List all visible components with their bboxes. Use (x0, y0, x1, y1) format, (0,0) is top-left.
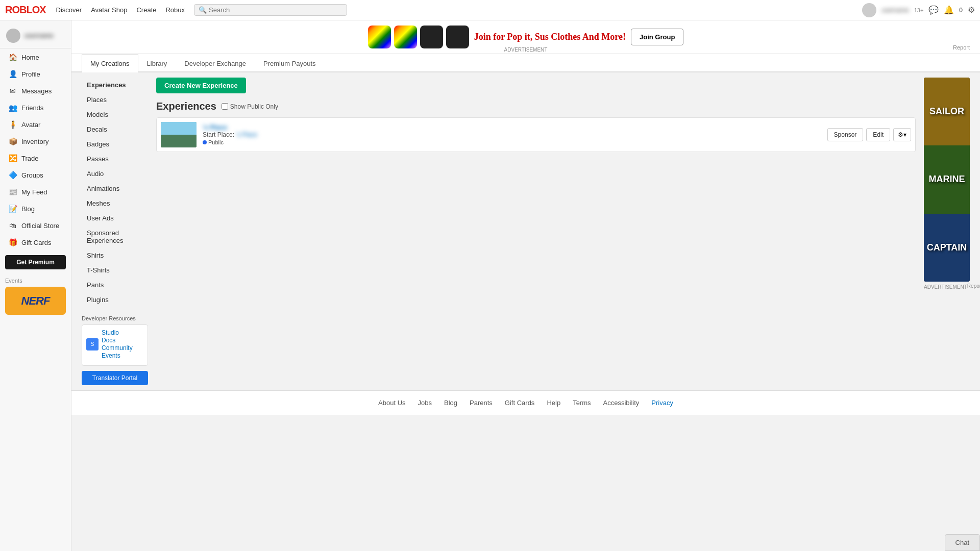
events-link[interactable]: Events (102, 352, 133, 359)
groups-icon: 🔷 (8, 171, 17, 179)
tab-developer-exchange[interactable]: Developer Exchange (176, 54, 255, 72)
left-panel-plugins[interactable]: Plugins (82, 292, 148, 307)
experiences-header: Experiences Show Public Only (156, 101, 916, 112)
experience-name[interactable]: 's Place (203, 123, 821, 131)
community-link[interactable]: Community (102, 344, 133, 352)
ad-item-4 (446, 26, 469, 48)
tab-library[interactable]: Library (138, 54, 176, 72)
store-icon: 🛍 (8, 221, 17, 230)
sidebar-item-friends[interactable]: 👥 Friends (2, 99, 69, 116)
robux-link[interactable]: Robux (165, 6, 185, 14)
show-public-label[interactable]: Show Public Only (222, 103, 278, 110)
left-panel-badges[interactable]: Badges (82, 137, 148, 152)
footer-jobs[interactable]: Jobs (418, 399, 432, 407)
topnav-right: username 13+ 💬 🔔 0 ⚙ (862, 3, 975, 17)
footer-gift-cards[interactable]: Gift Cards (505, 399, 535, 407)
start-place-link[interactable]: 's Place (236, 131, 257, 138)
dev-resources-box: S Studio Docs Community Events (82, 324, 148, 366)
search-input[interactable] (209, 6, 342, 14)
discover-link[interactable]: Discover (56, 6, 82, 14)
left-panel-experiences[interactable]: Experiences (82, 78, 148, 92)
sponsor-button[interactable]: Sponsor (827, 128, 864, 141)
experience-thumbnail (161, 122, 197, 147)
sidebar-item-label: Avatar (21, 121, 40, 129)
topnav-age: 13+ (914, 7, 924, 13)
sailor-text: SAILOR (929, 106, 964, 117)
search-icon: 🔍 (199, 6, 207, 14)
right-ad: SAILOR MARINE CAPTAIN ADVERTISEMENT Repo… (924, 78, 970, 385)
dev-resource-links: Studio Docs Community Events (102, 329, 133, 359)
captain-text: CAPTAIN (927, 242, 967, 253)
sidebar-item-blog[interactable]: 📝 Blog (2, 201, 69, 217)
sidebar-item-groups[interactable]: 🔷 Groups (2, 167, 69, 183)
left-panel-shirts[interactable]: Shirts (82, 248, 148, 263)
sidebar-item-avatar[interactable]: 🧍 Avatar (2, 116, 69, 133)
footer: About Us Jobs Blog Parents Gift Cards He… (71, 390, 980, 415)
sidebar-avatar (6, 29, 20, 43)
footer-terms[interactable]: Terms (573, 399, 591, 407)
public-dot (203, 140, 207, 144)
left-panel-audio[interactable]: Audio (82, 166, 148, 181)
search-box[interactable]: 🔍 (194, 4, 347, 16)
messages-icon: ✉ (8, 87, 17, 95)
footer-help[interactable]: Help (547, 399, 560, 407)
footer-accessibility[interactable]: Accessibility (603, 399, 640, 407)
left-panel-passes[interactable]: Passes (82, 152, 148, 166)
left-panel-decals[interactable]: Decals (82, 122, 148, 137)
dev-resources-title: Developer Resources (82, 315, 148, 321)
right-ad-section-marine: MARINE (924, 145, 970, 213)
docs-link[interactable]: Docs (102, 337, 133, 344)
sidebar-item-official-store[interactable]: 🛍 Official Store (2, 217, 69, 234)
inventory-icon: 📦 (8, 137, 17, 145)
avatar-shop-link[interactable]: Avatar Shop (91, 6, 127, 14)
left-panel-meshes[interactable]: Meshes (82, 196, 148, 211)
left-panel-tshirts[interactable]: T-Shirts (82, 263, 148, 278)
trade-icon: 🔀 (8, 154, 17, 162)
left-panel-pants[interactable]: Pants (82, 278, 148, 292)
sidebar-item-profile[interactable]: 👤 Profile (2, 66, 69, 82)
nerf-logo: NERF (21, 294, 50, 308)
ad-item-2 (394, 26, 417, 48)
content-area: Experiences Places Models Decals Badges … (71, 72, 980, 390)
tab-my-creations[interactable]: My Creations (82, 54, 138, 72)
create-link[interactable]: Create (136, 6, 156, 14)
sidebar-item-label: Messages (21, 87, 52, 95)
sidebar-item-home[interactable]: 🏠 Home (2, 49, 69, 65)
right-ad-report[interactable]: Report (967, 283, 980, 290)
sidebar-item-inventory[interactable]: 📦 Inventory (2, 133, 69, 149)
left-panel-models[interactable]: Models (82, 107, 148, 122)
footer-about-us[interactable]: About Us (378, 399, 405, 407)
left-panel-places[interactable]: Places (82, 92, 148, 107)
translator-portal-button[interactable]: Translator Portal (82, 371, 148, 385)
left-panel-user-ads[interactable]: User Ads (82, 211, 148, 226)
chat-icon[interactable]: 💬 (928, 5, 939, 15)
settings-icon[interactable]: ⚙ (968, 5, 975, 15)
sidebar-item-label: Home (21, 54, 39, 61)
create-new-experience-button[interactable]: Create New Experience (156, 78, 246, 93)
get-premium-button[interactable]: Get Premium (5, 255, 66, 269)
events-label: Events (5, 278, 66, 284)
report-link[interactable]: Report (953, 44, 970, 51)
notification-icon[interactable]: 🔔 (944, 5, 954, 15)
edit-button[interactable]: Edit (866, 128, 890, 141)
sidebar-item-label: Official Store (21, 222, 59, 230)
sidebar-user: username (0, 24, 71, 48)
events-banner[interactable]: NERF (5, 287, 66, 315)
sidebar-item-gift-cards[interactable]: 🎁 Gift Cards (2, 234, 69, 251)
tab-premium-payouts[interactable]: Premium Payouts (255, 54, 325, 72)
gear-settings-button[interactable]: ⚙▾ (893, 128, 911, 141)
join-group-button[interactable]: Join Group (631, 29, 683, 45)
sidebar-item-trade[interactable]: 🔀 Trade (2, 150, 69, 166)
show-public-checkbox[interactable] (222, 103, 228, 110)
left-panel-sponsored[interactable]: Sponsored Experiences (82, 226, 148, 248)
left-panel: Experiences Places Models Decals Badges … (82, 78, 148, 385)
footer-parents[interactable]: Parents (470, 399, 493, 407)
studio-link[interactable]: Studio (102, 329, 133, 336)
sidebar-item-myfeed[interactable]: 📰 My Feed (2, 184, 69, 200)
footer-blog[interactable]: Blog (444, 399, 457, 407)
footer-privacy[interactable]: Privacy (651, 399, 673, 407)
giftcard-icon: 🎁 (8, 238, 17, 246)
gear-icon: ⚙▾ (898, 131, 906, 138)
left-panel-animations[interactable]: Animations (82, 181, 148, 196)
sidebar-item-messages[interactable]: ✉ Messages (2, 83, 69, 99)
